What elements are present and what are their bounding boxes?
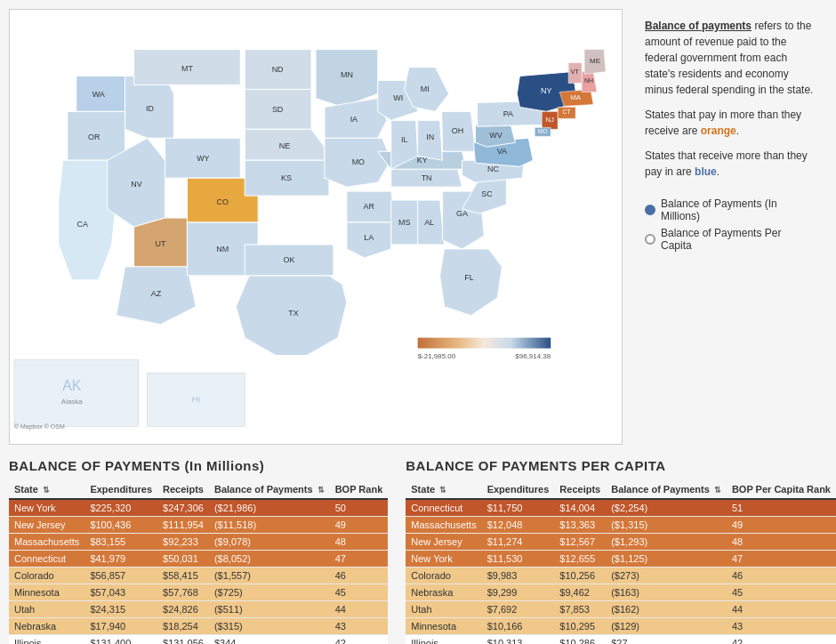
right-table-header-row: State ⇅ Expenditures Receipts Balance of…	[406, 480, 836, 499]
left-table-block: BALANCE OF PAYMENTS (In Millions) State …	[9, 458, 388, 644]
cell-balance: ($273)	[606, 568, 727, 584]
right-col-balance[interactable]: Balance of Payments ⇅	[606, 480, 727, 499]
cell-receipts: $10,286	[554, 635, 606, 645]
sort-icon-balance[interactable]: ⇅	[318, 486, 325, 495]
cell-state: Connecticut	[9, 551, 84, 568]
cell-balance: ($21,986)	[209, 499, 330, 517]
left-col-balance[interactable]: Balance of Payments ⇅	[209, 480, 330, 499]
svg-text:WY: WY	[197, 154, 209, 163]
cell-state: Massachusetts	[406, 517, 481, 534]
right-col-expenditures[interactable]: Expenditures	[482, 480, 555, 499]
cell-state: Connecticut	[406, 499, 481, 517]
table-row: New York $225,320 $247,306 ($21,986) 50	[9, 499, 388, 517]
cell-state: Minnesota	[9, 584, 84, 601]
cell-state: New York	[9, 499, 84, 517]
cell-receipts: $50,031	[157, 551, 209, 568]
left-col-receipts[interactable]: Receipts	[157, 480, 209, 499]
svg-text:NC: NC	[487, 165, 499, 173]
sort-icon-state[interactable]: ⇅	[43, 486, 50, 495]
cell-balance: $27	[606, 635, 727, 645]
cell-receipts: $9,462	[554, 584, 606, 601]
svg-text:HI: HI	[191, 394, 200, 404]
cell-expenditures: $7,692	[482, 601, 555, 618]
cell-rank: 51	[727, 499, 836, 517]
right-col-state[interactable]: State ⇅	[406, 480, 481, 499]
right-col-receipts[interactable]: Receipts	[554, 480, 606, 499]
svg-text:CO: CO	[217, 197, 229, 206]
cell-balance: ($315)	[209, 618, 330, 635]
sort-icon-state-right[interactable]: ⇅	[439, 486, 446, 495]
legend-description: Balance of payments refers to the amount…	[645, 18, 814, 98]
cell-receipts: $10,295	[554, 618, 606, 635]
right-table: State ⇅ Expenditures Receipts Balance of…	[406, 480, 836, 644]
table-row: Illinois $131,400 $131,056 $344 42	[9, 635, 388, 645]
left-col-state[interactable]: State ⇅	[9, 480, 84, 499]
svg-text:WV: WV	[489, 131, 502, 140]
table-row: New Jersey $100,436 $111,954 ($11,518) 4…	[9, 517, 388, 534]
table-row: New York $11,530 $12,655 ($1,125) 47	[406, 551, 836, 568]
left-col-rank[interactable]: BOP Rank	[330, 480, 389, 499]
svg-text:NY: NY	[541, 86, 551, 95]
svg-text:TX: TX	[288, 309, 298, 318]
table-row: New Jersey $11,274 $12,567 ($1,293) 48	[406, 534, 836, 551]
table-row: Colorado $56,857 $58,415 ($1,557) 46	[9, 568, 388, 584]
table-row: Illinois $10,313 $10,286 $27 42	[406, 635, 836, 645]
radio-option-millions[interactable]: Balance of Payments (In Millions)	[645, 197, 814, 222]
table-row: Colorado $9,983 $10,256 ($273) 46	[406, 568, 836, 584]
radio-option-per-capita[interactable]: Balance of Payments Per Capita	[645, 227, 814, 252]
cell-state: Nebraska	[9, 618, 84, 635]
cell-rank: 50	[330, 499, 389, 517]
cell-state: Utah	[9, 601, 84, 618]
cell-state: New Jersey	[406, 534, 481, 551]
cell-balance: ($725)	[209, 584, 330, 601]
cell-receipts: $131,056	[157, 635, 209, 645]
radio-group: Balance of Payments (In Millions) Balanc…	[645, 197, 814, 252]
cell-expenditures: $9,299	[482, 584, 555, 601]
cell-receipts: $92,233	[157, 534, 209, 551]
legend-container: Balance of payments refers to the amount…	[631, 9, 827, 445]
table-row: Massachusetts $12,048 $13,363 ($1,315) 4…	[406, 517, 836, 534]
cell-receipts: $7,853	[554, 601, 606, 618]
cell-state: New York	[406, 551, 481, 568]
cell-receipts: $247,306	[157, 499, 209, 517]
svg-rect-93	[418, 338, 551, 349]
cell-state: New Jersey	[9, 517, 84, 534]
cell-balance: ($1,293)	[606, 534, 727, 551]
cell-receipts: $111,954	[157, 517, 209, 534]
svg-text:ME: ME	[590, 57, 600, 65]
cell-balance: ($162)	[606, 601, 727, 618]
svg-text:IA: IA	[350, 115, 358, 124]
cell-rank: 49	[330, 517, 389, 534]
left-table-body: New York $225,320 $247,306 ($21,986) 50 …	[9, 499, 388, 644]
table-row: Minnesota $10,166 $10,295 ($129) 43	[406, 618, 836, 635]
top-section: WA OR CA ID MT WY NV	[9, 9, 827, 445]
svg-text:NJ: NJ	[545, 116, 554, 124]
svg-text:ID: ID	[146, 104, 154, 113]
cell-expenditures: $56,857	[84, 568, 157, 584]
svg-text:IL: IL	[401, 135, 407, 144]
cell-balance: ($2,254)	[606, 499, 727, 517]
cell-balance: $344	[209, 635, 330, 645]
cell-expenditures: $9,983	[482, 568, 555, 584]
cell-receipts: $58,415	[157, 568, 209, 584]
sort-icon-balance-right[interactable]: ⇅	[714, 486, 721, 495]
radio-circle-per-capita[interactable]	[645, 234, 655, 245]
right-col-rank[interactable]: BOP Per Capita Rank	[727, 480, 836, 499]
cell-rank: 43	[330, 618, 389, 635]
left-table-header-row: State ⇅ Expenditures Receipts Balance of…	[9, 480, 388, 499]
svg-text:NE: NE	[279, 141, 290, 150]
cell-balance: ($1,315)	[606, 517, 727, 534]
svg-text:MD: MD	[538, 128, 548, 134]
cell-receipts: $12,655	[554, 551, 606, 568]
cell-rank: 49	[727, 517, 836, 534]
svg-text:OK: OK	[284, 255, 295, 264]
legend-blue-note: States that receive more than they pay i…	[645, 148, 814, 180]
cell-balance: ($163)	[606, 584, 727, 601]
svg-text:$96,914.38: $96,914.38	[515, 352, 551, 360]
svg-text:NM: NM	[216, 245, 229, 254]
radio-circle-millions[interactable]	[645, 205, 655, 215]
svg-text:© Mapbox © OSM: © Mapbox © OSM	[14, 423, 65, 431]
left-col-expenditures[interactable]: Expenditures	[84, 480, 157, 499]
cell-expenditures: $11,530	[482, 551, 555, 568]
cell-state: Illinois	[9, 635, 84, 645]
